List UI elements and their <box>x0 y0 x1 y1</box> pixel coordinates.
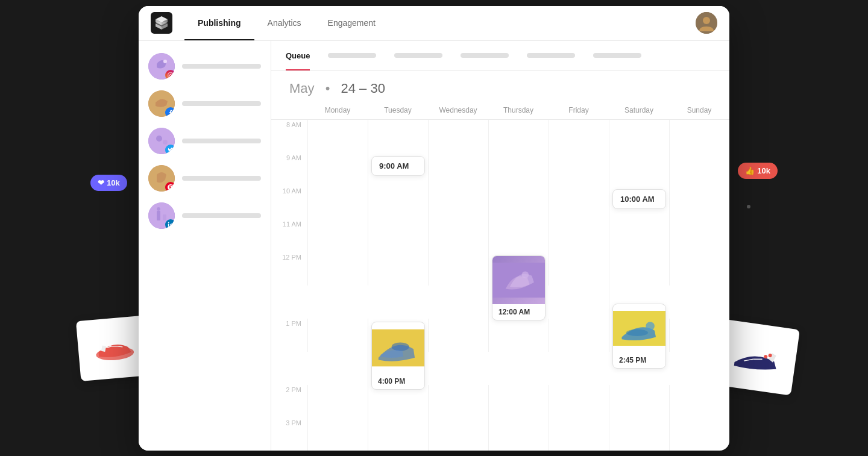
sidebar-item-twitter[interactable] <box>148 128 261 154</box>
facebook-bar <box>182 101 261 106</box>
sidebar-item-instagram[interactable] <box>148 53 261 80</box>
cell-wed-11[interactable] <box>428 219 488 252</box>
buffer-logo[interactable] <box>151 12 172 34</box>
cell-sun-11[interactable] <box>669 219 729 252</box>
tab-placeholder-1[interactable] <box>328 41 376 70</box>
cell-fri-10[interactable] <box>549 186 609 219</box>
cell-wed-2[interactable] <box>428 385 488 418</box>
time-3pm: 3 PM <box>271 418 307 451</box>
cell-sat-11[interactable] <box>609 219 669 252</box>
cell-tue-9[interactable]: 9:00 AM <box>368 153 428 186</box>
tab-engagement[interactable]: Engagement <box>315 6 389 40</box>
heart-badge: ❤ 10k <box>90 175 127 191</box>
tab-analytics[interactable]: Analytics <box>254 6 315 40</box>
event-4pm-label: 4:00 PM <box>372 373 424 389</box>
cell-sat-2[interactable] <box>609 385 669 418</box>
cell-sun-1[interactable] <box>669 319 729 352</box>
day-header-saturday: Saturday <box>609 101 669 119</box>
event-12am-thursday[interactable]: 12:00 AM <box>492 255 546 320</box>
svg-line-8 <box>744 358 753 362</box>
cell-mon-12[interactable] <box>307 252 368 286</box>
instagram-badge <box>165 70 175 80</box>
event-9am-tuesday[interactable]: 9:00 AM <box>371 156 425 176</box>
cell-sat-8[interactable] <box>609 120 669 153</box>
facebook-avatar <box>148 90 175 117</box>
cell-thu-2[interactable] <box>488 385 549 418</box>
sidebar-item-facebook[interactable] <box>148 90 261 117</box>
cell-fri-2[interactable] <box>549 385 609 418</box>
like-icon: 👍 <box>745 166 755 175</box>
cell-wed-8[interactable] <box>428 120 488 153</box>
cell-thu-1[interactable] <box>488 319 549 352</box>
tab-placeholder-bar-4 <box>527 53 575 58</box>
cell-mon-3[interactable] <box>307 418 368 451</box>
sidebar-item-pinterest[interactable] <box>148 165 261 192</box>
cell-thu-8[interactable] <box>488 120 549 153</box>
sidebar-item-linkedin[interactable] <box>148 202 261 229</box>
cell-thu-12[interactable]: 12:00 AM <box>488 252 549 319</box>
svg-point-27 <box>168 222 169 223</box>
time-11am: 11 AM <box>271 219 307 252</box>
event-4pm-tuesday[interactable]: 4:00 PM <box>371 322 425 390</box>
event-245pm-friday[interactable]: 2:45 PM <box>612 304 666 369</box>
tab-placeholder-4[interactable] <box>527 41 575 70</box>
cell-fri-3[interactable] <box>549 418 609 451</box>
day-header-sunday: Sunday <box>669 101 729 119</box>
cell-mon-8[interactable] <box>307 120 368 153</box>
like-badge: 👍 10k <box>738 163 778 179</box>
cell-sat-9[interactable] <box>609 153 669 186</box>
user-avatar[interactable] <box>696 12 717 34</box>
cell-tue-10[interactable] <box>368 186 428 219</box>
tab-publishing[interactable]: Publishing <box>184 6 254 40</box>
heart-count: 10k <box>107 178 120 187</box>
cell-sun-12[interactable] <box>669 252 729 286</box>
instagram-bar <box>182 64 261 69</box>
cell-fri-11[interactable] <box>549 219 609 252</box>
cell-wed-3[interactable] <box>428 418 488 451</box>
cell-wed-10[interactable] <box>428 186 488 219</box>
cell-thu-3[interactable] <box>488 418 549 451</box>
cell-mon-2[interactable] <box>307 385 368 418</box>
cell-tue-3[interactable] <box>368 418 428 451</box>
cell-sun-10[interactable] <box>669 186 729 219</box>
tab-placeholder-2[interactable] <box>394 41 442 70</box>
cell-fri-12[interactable] <box>549 252 609 286</box>
cell-thu-10[interactable] <box>488 186 549 219</box>
cell-sat-3[interactable] <box>609 418 669 451</box>
cell-fri-8[interactable] <box>549 120 609 153</box>
tab-queue[interactable]: Queue <box>286 41 310 70</box>
calendar-grid: Monday Tuesday Wednesday Thursday Friday… <box>271 101 729 451</box>
cell-fri-1[interactable] <box>549 319 609 352</box>
cell-tue-1[interactable]: 4:00 PM <box>368 319 428 385</box>
cell-tue-2[interactable] <box>368 385 428 418</box>
day-headers: Monday Tuesday Wednesday Thursday Friday… <box>271 101 729 120</box>
cell-mon-10[interactable] <box>307 186 368 219</box>
cell-mon-1[interactable] <box>307 319 368 352</box>
cell-thu-9[interactable] <box>488 153 549 186</box>
cell-wed-9[interactable] <box>428 153 488 186</box>
cell-tue-11[interactable] <box>368 219 428 252</box>
cell-tue-12[interactable] <box>368 252 428 286</box>
event-10am-saturday[interactable]: 10:00 AM <box>612 189 666 209</box>
cell-thu-11[interactable] <box>488 219 549 252</box>
day-header-friday: Friday <box>549 101 609 119</box>
cell-tue-8[interactable] <box>368 120 428 153</box>
cell-wed-1[interactable] <box>428 319 488 352</box>
cell-wed-12[interactable] <box>428 252 488 286</box>
dot-right <box>747 205 750 208</box>
pinterest-avatar <box>148 165 175 192</box>
cell-fri-9[interactable] <box>549 153 609 186</box>
cell-sat-12[interactable]: 2:45 PM <box>609 252 669 319</box>
facebook-badge <box>165 107 175 117</box>
svg-point-17 <box>172 73 172 74</box>
cell-sat-10[interactable]: 10:00 AM <box>609 186 669 219</box>
cell-mon-11[interactable] <box>307 219 368 252</box>
cell-sun-9[interactable] <box>669 153 729 186</box>
main-layout: Queue <box>139 41 729 451</box>
cell-sun-2[interactable] <box>669 385 729 418</box>
cell-sun-3[interactable] <box>669 418 729 451</box>
cell-sun-8[interactable] <box>669 120 729 153</box>
tab-placeholder-3[interactable] <box>461 41 509 70</box>
tab-placeholder-5[interactable] <box>593 41 641 70</box>
cell-mon-9[interactable] <box>307 153 368 186</box>
